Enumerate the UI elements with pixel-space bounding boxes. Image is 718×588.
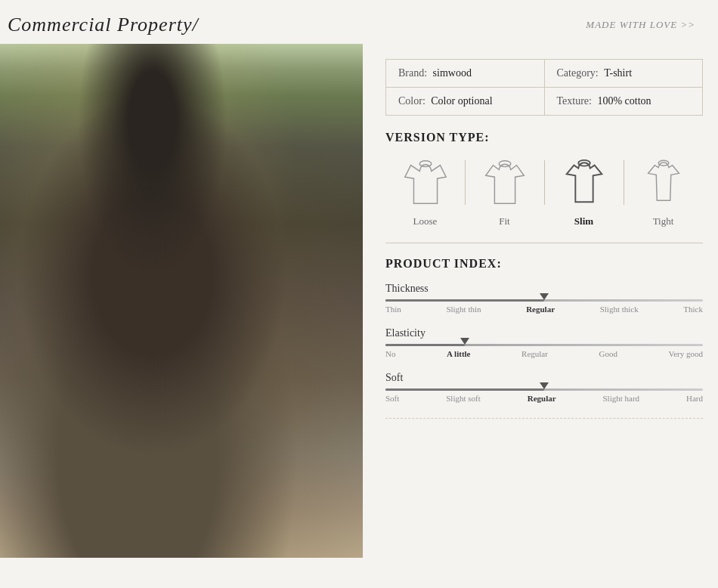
soft-labels: Soft Slight soft Regular Slight hard Har… — [385, 394, 703, 403]
product-details-grid: Brand: simwood Category: T-shirt Color: … — [385, 59, 703, 116]
version-type-selector: Loose Fit Slim — [385, 156, 703, 235]
soft-label-1: Slight soft — [446, 394, 481, 403]
elasticity-label-2: Regular — [521, 349, 548, 358]
elasticity-label-3: Good — [599, 349, 617, 358]
thickness-label-3: Slight thick — [600, 305, 639, 314]
version-tight[interactable]: Tight — [624, 156, 703, 227]
elasticity-track — [385, 344, 703, 346]
product-image — [0, 44, 363, 558]
elasticity-fill — [385, 344, 465, 346]
elasticity-labels: No A little Regular Good Very good — [385, 349, 703, 358]
version-tight-icon — [641, 156, 686, 209]
thickness-thumb — [540, 293, 549, 300]
elasticity-thumb — [460, 338, 469, 345]
elasticity-label-4: Very good — [668, 349, 703, 358]
version-type-title: VERSION TYPE: — [385, 131, 703, 144]
figure-overlay — [0, 44, 363, 558]
elasticity-label-0: No — [385, 349, 395, 358]
version-fit-icon — [482, 156, 528, 209]
soft-label-2: Regular — [528, 394, 556, 403]
soft-label-3: Slight hard — [603, 394, 640, 403]
thickness-fill — [385, 299, 544, 302]
soft-fill — [385, 388, 544, 391]
elasticity-label: Elasticity — [385, 327, 703, 339]
soft-thumb — [540, 382, 549, 389]
thickness-label-2: Regular — [526, 305, 555, 314]
version-loose[interactable]: Loose — [385, 156, 465, 227]
thickness-label-0: Thin — [385, 305, 401, 314]
version-fit[interactable]: Fit — [465, 156, 544, 227]
soft-slider[interactable] — [385, 388, 703, 391]
elasticity-row: Elasticity No A little Regular Good Very… — [385, 327, 703, 358]
color-value: Color optional — [431, 95, 492, 107]
color-cell: Color: Color optional — [386, 88, 545, 115]
thickness-label-1: Slight thin — [446, 305, 481, 314]
texture-label: Texture: — [557, 95, 592, 107]
elasticity-slider[interactable] — [385, 344, 703, 346]
thickness-row: Thickness Thin Slight thin Regular Sligh… — [385, 283, 703, 314]
texture-value: 100% cotton — [597, 95, 651, 107]
version-tight-label: Tight — [653, 215, 674, 227]
thickness-label-4: Thick — [683, 305, 703, 314]
main-layout: Brand: simwood Category: T-shirt Color: … — [0, 44, 718, 558]
version-fit-label: Fit — [499, 215, 509, 227]
soft-track — [385, 388, 703, 391]
version-loose-label: Loose — [413, 215, 438, 227]
category-value: T-shirt — [604, 67, 632, 79]
brand-label: Brand: — [398, 67, 427, 79]
texture-cell: Texture: 100% cotton — [545, 88, 703, 115]
version-loose-icon — [403, 156, 448, 209]
bottom-divider — [385, 418, 703, 419]
soft-row: Soft Soft Slight soft Regular Slight har… — [385, 372, 703, 403]
header-tagline: MADE WITH LOVE >> — [586, 19, 695, 31]
product-info: Brand: simwood Category: T-shirt Color: … — [363, 44, 718, 558]
brand-cell: Brand: simwood — [386, 60, 545, 87]
product-details-row-1: Brand: simwood Category: T-shirt — [386, 60, 702, 88]
color-label: Color: — [398, 95, 426, 107]
category-label: Category: — [557, 67, 599, 79]
brand-value: simwood — [433, 67, 472, 79]
elasticity-label-1: A little — [447, 349, 470, 358]
soft-label-4: Hard — [686, 394, 703, 403]
product-index-section: PRODUCT INDEX: Thickness Thin Slight thi… — [385, 257, 703, 403]
category-cell: Category: T-shirt — [545, 60, 703, 87]
product-details-row-2: Color: Color optional Texture: 100% cott… — [386, 88, 702, 115]
soft-label-0: Soft — [385, 394, 399, 403]
thickness-track — [385, 299, 703, 302]
version-slim-icon — [562, 156, 607, 209]
version-slim-label: Slim — [574, 215, 593, 227]
version-slim[interactable]: Slim — [544, 156, 624, 227]
page-header: Commercial Property/ MADE WITH LOVE >> — [0, 0, 718, 44]
svg-point-0 — [419, 161, 432, 167]
product-index-title: PRODUCT INDEX: — [385, 257, 703, 271]
thickness-slider[interactable] — [385, 299, 703, 302]
thickness-labels: Thin Slight thin Regular Slight thick Th… — [385, 305, 703, 314]
page-title: Commercial Property/ — [8, 14, 199, 36]
section-divider-1 — [385, 243, 703, 243]
